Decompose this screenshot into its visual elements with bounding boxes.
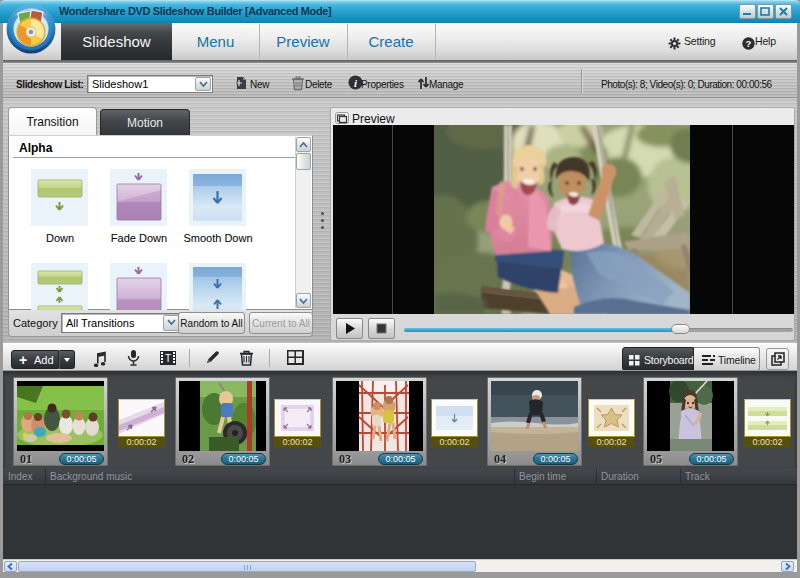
svg-text:T: T xyxy=(165,353,171,364)
svg-text:?: ? xyxy=(746,37,752,48)
